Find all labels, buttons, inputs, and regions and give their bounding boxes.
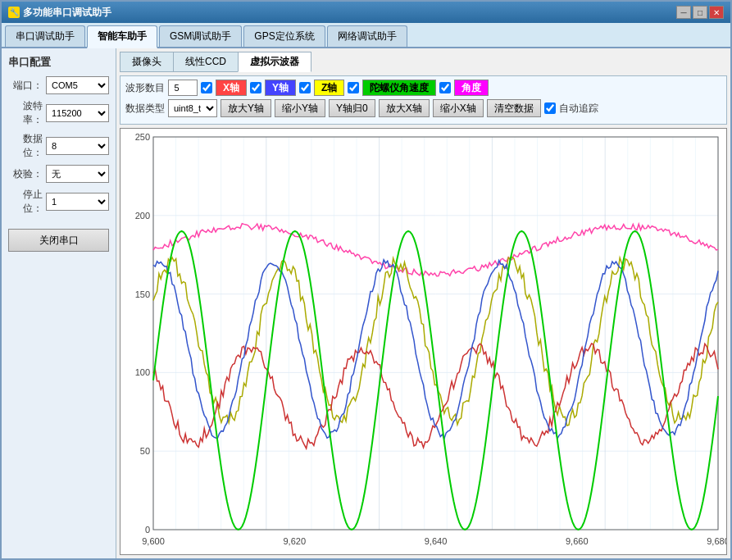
controls-area: 波形数目 X轴 Y轴 Z轴 陀螺仪角速度 角度 数据类型 bbox=[120, 75, 727, 125]
sub-tab-bar: 摄像头 线性CCD 虚拟示波器 bbox=[120, 52, 727, 72]
x-axis-badge: X轴 bbox=[216, 80, 247, 96]
waveform-count-input[interactable] bbox=[168, 80, 198, 96]
tab-gps[interactable]: GPS定位系统 bbox=[243, 25, 325, 47]
close-button[interactable]: ✕ bbox=[709, 6, 724, 19]
y-axis-badge: Y轴 bbox=[265, 80, 296, 96]
enlarge-x-button[interactable]: 放大X轴 bbox=[379, 99, 430, 117]
shrink-y-button[interactable]: 缩小Y轴 bbox=[275, 99, 325, 117]
maximize-button[interactable]: □ bbox=[693, 6, 707, 19]
z-axis-badge: Z轴 bbox=[314, 80, 344, 96]
enlarge-y-button[interactable]: 放大Y轴 bbox=[221, 99, 271, 117]
title-bar-left: 🔧 多功能串口调试助手 bbox=[8, 6, 111, 20]
tab-smart-car[interactable]: 智能车助手 bbox=[87, 25, 157, 48]
title-bar: 🔧 多功能串口调试助手 ─ □ ✕ bbox=[2, 2, 730, 23]
stopbits-label: 停止位： bbox=[8, 188, 43, 216]
right-panel: 摄像头 线性CCD 虚拟示波器 波形数目 X轴 Y轴 Z轴 陀螺仪角速度 bbox=[116, 48, 730, 558]
baud-label: 波特率： bbox=[8, 99, 43, 127]
speed-checkbox[interactable] bbox=[348, 82, 359, 93]
shrink-x-button[interactable]: 缩小X轴 bbox=[433, 99, 484, 117]
data-type-select[interactable]: uint8_t bbox=[168, 99, 217, 117]
sidebar: 串口配置 端口： COM5 波特率： 115200 数据位： 8 bbox=[2, 48, 116, 558]
speed-badge: 陀螺仪角速度 bbox=[362, 80, 436, 96]
parity-row: 校验： 无 bbox=[8, 165, 109, 183]
data-type-label: 数据类型 bbox=[125, 102, 165, 116]
port-row: 端口： COM5 bbox=[8, 76, 109, 94]
databits-row: 数据位： 8 bbox=[8, 132, 109, 160]
baud-row: 波特率： 115200 bbox=[8, 99, 109, 127]
databits-select[interactable]: 8 bbox=[46, 137, 109, 155]
y-axis-checkbox[interactable] bbox=[250, 82, 261, 93]
sub-tab-camera[interactable]: 摄像头 bbox=[120, 52, 174, 72]
tab-network[interactable]: 网络调试助手 bbox=[327, 25, 407, 47]
waveform-chart bbox=[120, 129, 726, 554]
app-icon: 🔧 bbox=[8, 7, 20, 18]
tab-serial[interactable]: 串口调试助手 bbox=[5, 25, 85, 47]
sub-tab-ccd[interactable]: 线性CCD bbox=[173, 52, 239, 72]
auto-track-label: 自动追踪 bbox=[559, 102, 598, 116]
tab-gsm[interactable]: GSM调试助手 bbox=[159, 25, 242, 47]
x-axis-checkbox[interactable] bbox=[201, 82, 212, 93]
main-window: 🔧 多功能串口调试助手 ─ □ ✕ 串口调试助手 智能车助手 GSM调试助手 G… bbox=[0, 0, 732, 560]
title-controls: ─ □ ✕ bbox=[676, 6, 724, 19]
port-label: 端口： bbox=[8, 79, 43, 93]
z-axis-checkbox[interactable] bbox=[299, 82, 311, 93]
controls-row-1: 波形数目 X轴 Y轴 Z轴 陀螺仪角速度 角度 bbox=[125, 80, 721, 96]
parity-label: 校验： bbox=[8, 167, 43, 181]
stopbits-row: 停止位： 1 bbox=[8, 188, 109, 216]
clear-data-button[interactable]: 清空数据 bbox=[487, 99, 541, 117]
minimize-button[interactable]: ─ bbox=[676, 6, 691, 19]
chart-area bbox=[120, 128, 727, 555]
auto-track-checkbox[interactable] bbox=[544, 102, 556, 114]
main-tab-bar: 串口调试助手 智能车助手 GSM调试助手 GPS定位系统 网络调试助手 bbox=[2, 23, 730, 48]
parity-select[interactable]: 无 bbox=[46, 165, 109, 183]
reset-y-button[interactable]: Y轴归0 bbox=[329, 99, 375, 117]
sub-tab-virtual-scope[interactable]: 虚拟示波器 bbox=[238, 52, 311, 72]
sidebar-title: 串口配置 bbox=[8, 55, 109, 70]
window-title: 多功能串口调试助手 bbox=[23, 6, 111, 20]
databits-label: 数据位： bbox=[8, 132, 43, 160]
controls-row-2: 数据类型 uint8_t 放大Y轴 缩小Y轴 Y轴归0 放大X轴 缩小X轴 清空… bbox=[125, 99, 721, 117]
waveform-count-label: 波形数目 bbox=[125, 81, 165, 95]
port-select[interactable]: COM5 bbox=[46, 76, 109, 94]
main-content: 串口配置 端口： COM5 波特率： 115200 数据位： 8 bbox=[2, 48, 730, 558]
stopbits-select[interactable]: 1 bbox=[46, 193, 109, 211]
close-port-button[interactable]: 关闭串口 bbox=[8, 229, 109, 252]
angle-badge: 角度 bbox=[454, 80, 489, 96]
angle-checkbox[interactable] bbox=[439, 82, 451, 93]
baud-select[interactable]: 115200 bbox=[46, 104, 109, 122]
